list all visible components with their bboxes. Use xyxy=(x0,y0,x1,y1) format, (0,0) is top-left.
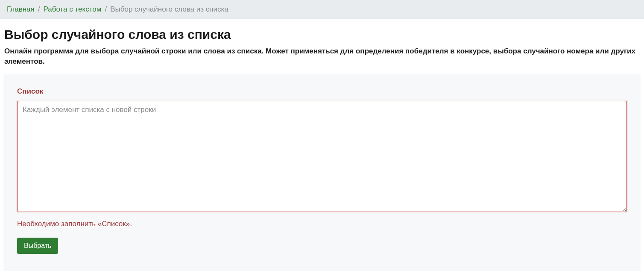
breadcrumb-separator: / xyxy=(38,5,40,14)
breadcrumb-section[interactable]: Работа с текстом xyxy=(43,5,101,14)
breadcrumb-separator: / xyxy=(105,5,107,14)
page-description: Онлайн программа для выбора случайной ст… xyxy=(4,46,640,67)
breadcrumb-home[interactable]: Главная xyxy=(7,5,35,14)
page-title: Выбор случайного слова из списка xyxy=(4,27,640,42)
breadcrumb-current: Выбор случайного слова из списка xyxy=(110,5,228,14)
breadcrumb: Главная / Работа с текстом / Выбор случа… xyxy=(0,0,644,19)
list-error-message: Необходимо заполнить «Список». xyxy=(17,220,627,228)
submit-button[interactable]: Выбрать xyxy=(17,238,58,254)
form-panel: Список Необходимо заполнить «Список». Вы… xyxy=(3,74,641,271)
list-input[interactable] xyxy=(17,101,627,212)
list-label: Список xyxy=(17,87,627,96)
